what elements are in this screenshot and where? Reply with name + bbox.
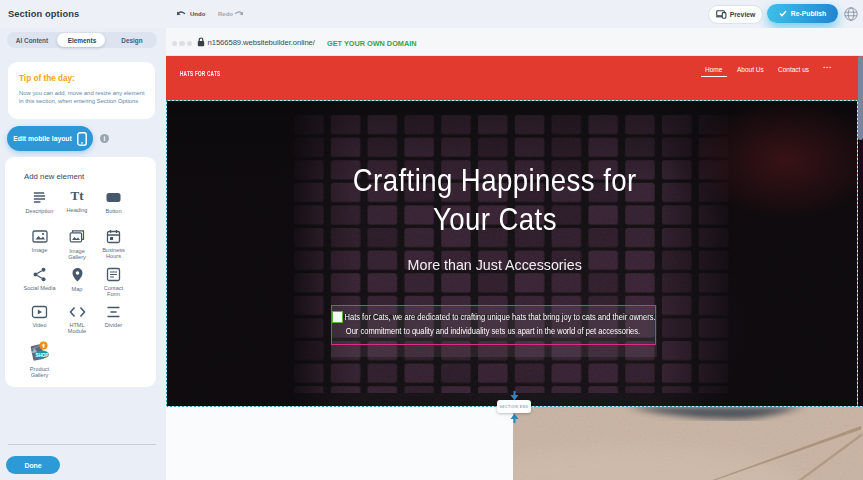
- svg-text:SHOP: SHOP: [35, 353, 48, 358]
